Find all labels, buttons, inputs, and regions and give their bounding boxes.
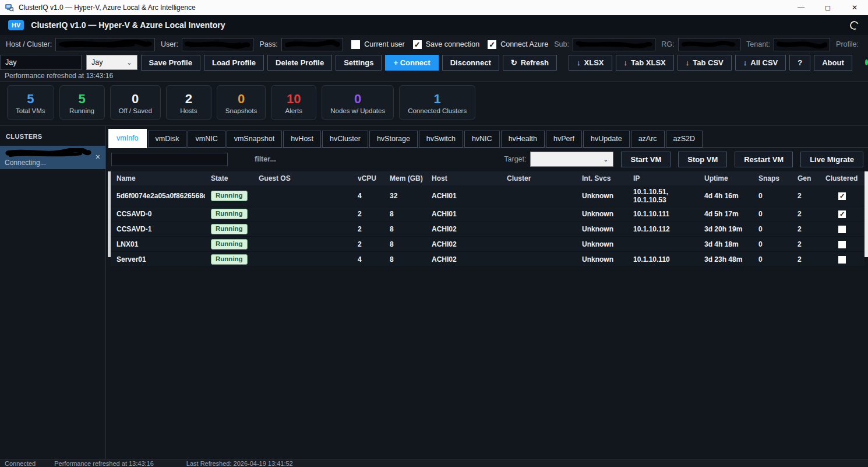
vm-int-svcs: Unknown [576,185,627,206]
col-ip[interactable]: IP [627,171,698,185]
tab-azs2d[interactable]: azS2D [666,131,703,148]
tenant-input[interactable] [774,38,830,51]
main-area: CLUSTERS Connecting... × vmInfo vmDisk v… [0,125,868,459]
vm-cluster [501,206,576,222]
col-gen[interactable]: Gen [792,171,820,185]
vm-clustered [820,206,865,222]
connect-button[interactable]: + Connect [385,55,438,71]
refresh-button[interactable]: ↻ Refresh [503,55,557,71]
export-all-csv-button[interactable]: ↓ All CSV [735,55,786,71]
vm-state: Running [205,237,253,252]
status-connected: Connected [5,460,36,467]
col-vcpu[interactable]: vCPU [352,171,384,185]
tab-hvhost[interactable]: hvHost [283,131,321,148]
export-tab-xlsx-button[interactable]: ↓ Tab XLSX [616,55,674,71]
col-state[interactable]: State [205,171,253,185]
rg-input[interactable] [678,38,740,51]
tab-hvstorage[interactable]: hvStorage [369,131,418,148]
vm-name: CCSAVD-0 [111,206,205,222]
current-user-label: Current user [364,40,404,48]
connect-azure-checkbox-item[interactable]: Connect Azure [488,40,548,49]
clustered-checkbox[interactable] [838,241,846,248]
user-input[interactable] [182,38,254,51]
export-tab-csv-button[interactable]: ↓ Tab CSV [678,55,732,71]
col-guest-os[interactable]: Guest OS [253,171,352,185]
current-user-checkbox-item[interactable]: Current user [351,40,404,49]
table-scrollbar[interactable] [865,171,868,257]
maximize-button[interactable]: ◻ [814,0,841,15]
profile-name-input[interactable] [0,55,82,70]
tab-hvperf[interactable]: hvPerf [546,131,582,148]
settings-button[interactable]: Settings [336,55,382,71]
live-migrate-button[interactable]: Live Migrate [800,152,863,167]
profile-label: Profile: [836,40,859,48]
export-xlsx-button[interactable]: ↓ XLSX [569,55,612,71]
chevron-down-icon: ⌄ [126,59,132,66]
tab-hvswitch[interactable]: hvSwitch [419,131,463,148]
vm-ip: 10.1.10.112 [627,222,698,237]
disconnect-button[interactable]: Disconnect [442,55,499,71]
delete-profile-button[interactable]: Delete Profile [267,55,332,71]
clustered-checkbox[interactable] [838,192,846,200]
tab-hvhealth[interactable]: hvHealth [501,131,545,148]
table-row[interactable]: LNX01 Running 2 8 ACHI02 Unknown 3d 4h 1… [111,237,865,252]
cluster-list-item[interactable]: Connecting... × [0,146,105,169]
tab-vmdisk[interactable]: vmDisk [148,131,187,148]
vm-gen: 2 [792,206,820,222]
current-user-checkbox[interactable] [351,40,360,49]
close-icon[interactable]: × [96,153,100,161]
minimize-button[interactable]: — [788,0,814,15]
vm-toolbar: filter... Target: ⌄ Start VM Stop VM Res… [108,148,868,170]
tab-azarc[interactable]: azArc [631,131,665,148]
tab-vmsnapshot[interactable]: vmSnapshot [227,131,282,148]
host-cluster-input[interactable] [55,38,155,51]
content-area: vmInfo vmDisk vmNIC vmSnapshot hvHost hv… [106,126,868,459]
col-int-svcs[interactable]: Int. Svcs [576,171,627,185]
tab-vmnic[interactable]: vmNIC [188,131,225,148]
vm-ip [627,237,698,252]
sub-input[interactable] [573,38,655,51]
stat-label: Alerts [285,107,302,114]
col-host[interactable]: Host [426,171,501,185]
restart-vm-button[interactable]: Restart VM [735,152,793,167]
col-cluster[interactable]: Cluster [501,171,576,185]
start-vm-button[interactable]: Start VM [621,152,671,167]
tab-hvnic[interactable]: hvNIC [464,131,500,148]
host-cluster-label: Host / Cluster: [6,40,52,48]
pass-input[interactable] [281,38,344,51]
vm-cluster [501,237,576,252]
profile-select-value: Jay [91,58,103,66]
table-row[interactable]: 5d6f0074e2a05a0f8626568c Running 4 32 AC… [111,185,865,206]
clustered-checkbox[interactable] [838,210,846,218]
tab-hvcluster[interactable]: hvCluster [322,131,368,148]
save-connection-checkbox[interactable] [413,40,422,49]
help-button[interactable]: ? [789,55,810,71]
connection-row: Host / Cluster: User: Pass: Current user… [0,35,868,54]
col-uptime[interactable]: Uptime [698,171,753,185]
vm-int-svcs: Unknown [576,237,627,252]
pass-label: Pass: [259,40,277,48]
stat-value: 1 [434,92,441,107]
save-connection-checkbox-item[interactable]: Save connection [413,40,479,49]
filter-hint-label: filter... [255,155,276,163]
col-clustered[interactable]: Clustered [820,171,865,185]
load-profile-button[interactable]: Load Profile [204,55,264,71]
stop-vm-button[interactable]: Stop VM [678,152,727,167]
about-button[interactable]: About [814,55,852,71]
clustered-checkbox[interactable] [838,226,846,233]
col-name[interactable]: Name [111,171,205,185]
vm-filter-input[interactable] [111,153,228,166]
connect-azure-checkbox[interactable] [488,40,496,49]
save-profile-button[interactable]: Save Profile [141,55,200,71]
close-button[interactable]: ✕ [841,0,868,15]
tab-hvupdate[interactable]: hvUpdate [583,131,630,148]
target-select[interactable]: ⌄ [530,152,613,167]
profile-select[interactable]: Jay ⌄ [86,55,137,70]
col-snaps[interactable]: Snaps [753,171,792,185]
table-row[interactable]: CCSAVD-1 Running 2 8 ACHI02 Unknown 10.1… [111,222,865,237]
tab-vminfo[interactable]: vmInfo [108,129,147,148]
table-row[interactable]: CCSAVD-0 Running 2 8 ACHI01 Unknown 10.1… [111,206,865,222]
col-mem[interactable]: Mem (GB) [384,171,426,185]
stat-label: Connected Clusters [408,107,467,114]
stat-value: 0 [354,92,361,107]
